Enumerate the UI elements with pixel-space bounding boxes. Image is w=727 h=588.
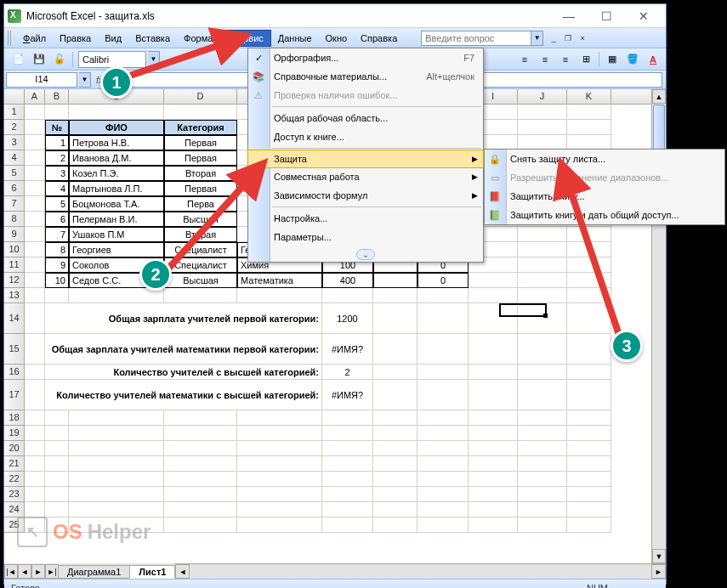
cell[interactable]: 10 (45, 273, 69, 288)
cell[interactable]: Вторая (164, 227, 237, 242)
cell[interactable] (164, 410, 237, 426)
cell[interactable] (237, 410, 322, 426)
cell[interactable]: 1200 (322, 303, 373, 334)
scroll-up-button[interactable]: ▲ (652, 89, 666, 104)
cell[interactable] (567, 380, 611, 410)
cell[interactable] (417, 441, 469, 456)
cell[interactable] (25, 181, 45, 196)
name-box[interactable]: I14 (6, 72, 77, 88)
cell[interactable] (237, 441, 322, 456)
cell[interactable] (469, 441, 518, 456)
font-name-box[interactable]: Calibri (78, 51, 146, 68)
menu-format[interactable]: Формат (177, 31, 224, 46)
cell[interactable] (237, 472, 322, 487)
row-header[interactable]: 21 (4, 456, 25, 472)
row-header[interactable]: 7 (4, 196, 25, 212)
toolbar-grip[interactable] (8, 31, 13, 46)
cell[interactable] (45, 105, 69, 120)
cell[interactable]: Количество учителей с высшей категорией: (45, 365, 322, 380)
cell[interactable]: 400 (322, 273, 373, 288)
cell[interactable] (567, 487, 611, 502)
cell[interactable] (373, 380, 417, 410)
cell[interactable] (469, 487, 518, 502)
cell[interactable] (45, 472, 69, 487)
cell[interactable] (322, 502, 373, 517)
align-right-icon[interactable]: ≡ (556, 50, 575, 69)
cell[interactable] (69, 105, 164, 120)
cell[interactable] (518, 273, 567, 288)
cell[interactable] (518, 105, 567, 120)
cell[interactable] (322, 288, 373, 303)
menuitem-allow-ranges[interactable]: ▭ Разрешить изменение диапазонов... (485, 168, 724, 187)
cell[interactable] (45, 410, 69, 426)
cell[interactable] (322, 456, 373, 472)
col-header-J[interactable]: J (518, 89, 567, 104)
cell[interactable] (417, 380, 469, 410)
mdi-restore[interactable]: ❐ (561, 32, 575, 44)
cell[interactable] (322, 487, 373, 502)
row-header[interactable]: 22 (4, 472, 25, 487)
cell[interactable] (567, 426, 611, 441)
cell[interactable]: Ушаков П.М (69, 227, 164, 242)
cell[interactable] (164, 441, 237, 456)
cell[interactable]: № (45, 120, 69, 135)
cell[interactable] (69, 456, 164, 472)
close-button[interactable]: ✕ (625, 6, 662, 26)
borders-icon[interactable]: ▦ (603, 50, 622, 69)
cell[interactable] (469, 517, 518, 533)
row-header[interactable]: 17 (4, 380, 25, 410)
cell[interactable] (25, 426, 45, 441)
cell[interactable] (469, 426, 518, 441)
name-box-dropdown[interactable]: ▼ (79, 72, 91, 88)
cell[interactable] (417, 487, 469, 502)
sheet-tab-diagram[interactable]: Диаграмма1 (58, 565, 130, 579)
cell[interactable] (45, 441, 69, 456)
cell[interactable]: Иванова Д.М. (69, 150, 164, 166)
cell[interactable] (25, 166, 45, 181)
cell[interactable] (164, 105, 237, 120)
cell[interactable] (518, 303, 567, 334)
cell[interactable] (373, 410, 417, 426)
cell[interactable] (373, 365, 417, 380)
cell[interactable] (164, 517, 237, 533)
cell[interactable] (25, 288, 45, 303)
font-name-dropdown[interactable]: ▼ (148, 51, 160, 68)
tab-nav-prev[interactable]: ◄ (18, 564, 31, 579)
menu-file[interactable]: Файл (16, 31, 53, 46)
cell[interactable]: Категория (164, 120, 237, 135)
cell[interactable] (69, 441, 164, 456)
row-header[interactable]: 12 (4, 273, 25, 288)
cell[interactable]: 8 (45, 242, 69, 257)
menuitem-shared-workspace[interactable]: Общая рабочая область... (248, 109, 483, 127)
cell[interactable] (237, 517, 322, 533)
align-center-icon[interactable]: ≡ (536, 50, 554, 69)
cell[interactable]: 0 (417, 273, 469, 288)
cell[interactable] (69, 410, 164, 426)
cell[interactable] (417, 456, 469, 472)
cell[interactable] (25, 227, 45, 242)
cell[interactable] (518, 288, 567, 303)
col-header-A[interactable]: A (25, 89, 45, 104)
cell[interactable] (322, 472, 373, 487)
row-header[interactable]: 16 (4, 365, 25, 380)
menuitem-formula-dependencies[interactable]: Зависимости формул▶ (248, 186, 483, 205)
cell[interactable]: 1 (45, 135, 69, 150)
cell[interactable]: Георгиев (69, 242, 164, 257)
menu-expand-chevron[interactable]: ⌄ (250, 248, 481, 260)
cell[interactable] (373, 472, 417, 487)
cell[interactable] (567, 456, 611, 472)
help-search-dropdown[interactable]: ▼ (531, 31, 543, 46)
cell[interactable]: Пелерман В.И. (69, 212, 164, 227)
mdi-close[interactable]: × (576, 32, 589, 44)
col-header-D[interactable]: D (164, 89, 237, 104)
row-header[interactable]: 23 (4, 487, 25, 502)
cell[interactable]: 5 (45, 196, 69, 212)
cell[interactable]: Вторая (164, 166, 237, 181)
cell[interactable]: Количество учителей математики с высшей … (45, 380, 322, 410)
cell[interactable]: Общая зарплата учителей математики перво… (45, 334, 322, 365)
cell[interactable] (469, 380, 518, 410)
cell[interactable] (69, 288, 164, 303)
tab-nav-next[interactable]: ► (31, 564, 45, 579)
cell[interactable]: Математика (237, 273, 322, 288)
menuitem-protection[interactable]: Защита▶ (247, 150, 484, 168)
